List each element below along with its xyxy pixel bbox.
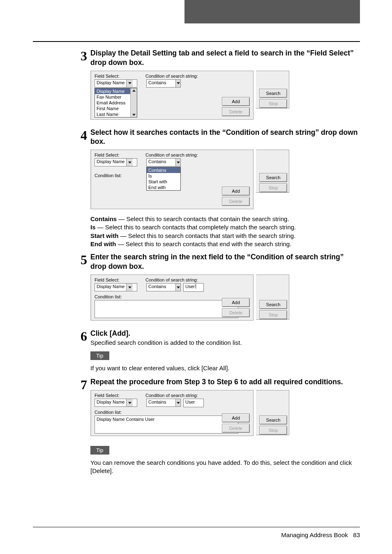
header-gray-banner — [184, 0, 360, 23]
field-select-label: Field Select: — [95, 277, 143, 282]
fig3-panel: Field Select: Condition of search string… — [90, 71, 254, 120]
add-button[interactable]: Add — [222, 413, 250, 422]
fig5-right: Search Stop — [256, 275, 289, 320]
fig3-right: Search Stop — [256, 71, 289, 108]
tip-text-after-6: If you want to clear entered values, cli… — [90, 364, 359, 372]
def-term: End with — [90, 240, 116, 247]
footer-title: Managing Address Book — [281, 531, 348, 538]
stop-button[interactable]: Stop — [259, 99, 287, 108]
tip-badge: Tip — [90, 446, 109, 455]
chevron-down-icon[interactable] — [175, 159, 180, 166]
search-string-input[interactable]: User — [183, 283, 204, 292]
def-term: Is — [90, 224, 96, 231]
field-select-label: Field Select: — [95, 152, 143, 157]
stop-button[interactable]: Stop — [259, 183, 287, 192]
def-term: Start with — [90, 232, 118, 239]
field-select-label: Field Select: — [95, 393, 143, 398]
search-button[interactable]: Search — [259, 173, 287, 182]
step-6-desc: Specified search condition is added to t… — [90, 339, 359, 347]
delete-button[interactable]: Delete — [222, 107, 250, 116]
top-rule — [33, 41, 360, 42]
fig7-panel: Field Select: Condition of search string… — [90, 390, 254, 436]
step-number: 5 — [72, 253, 90, 266]
step-7-title: Repeat the procedure from Step 3 to Step… — [90, 377, 359, 387]
list-item[interactable]: End with — [147, 185, 180, 190]
field-select-label: Field Select: — [95, 74, 143, 78]
field-select-combo[interactable]: Display Name — [95, 399, 137, 407]
condition-label: Condition of search string: — [145, 393, 198, 398]
tip-badge: Tip — [90, 351, 109, 360]
search-string-input[interactable]: User — [183, 399, 204, 407]
condition-combo[interactable]: Contains — [146, 399, 181, 407]
def-desc: — Select this to search contacts that en… — [116, 240, 292, 247]
condition-listbox[interactable]: Contains Is Start with End with — [146, 167, 181, 191]
list-item[interactable]: Contains — [147, 167, 180, 173]
condition-combo[interactable]: Contains — [146, 79, 181, 88]
page-footer: Managing Address Book 83 — [33, 527, 360, 538]
condition-list-entry[interactable]: Display Name Contains User — [97, 417, 236, 422]
chevron-down-icon[interactable] — [126, 399, 133, 406]
add-button[interactable]: Add — [222, 187, 250, 196]
footer-page-num: 83 — [353, 531, 360, 538]
fig4-panel: Field Select: Condition of search string… — [90, 150, 254, 209]
search-button[interactable]: Search — [259, 416, 287, 425]
step-6-title: Click [Add]. — [90, 329, 359, 338]
field-select-combo[interactable]: Display Name — [95, 283, 137, 291]
def-desc: — Select this to search contacts that st… — [118, 232, 295, 239]
chevron-down-icon[interactable] — [175, 399, 180, 406]
list-item[interactable]: Start with — [147, 179, 180, 185]
def-term: Contains — [90, 215, 117, 222]
list-item[interactable]: Is — [147, 173, 180, 179]
field-select-combo[interactable]: Display Name — [95, 79, 137, 88]
condition-combo[interactable]: Contains — [146, 283, 181, 291]
chevron-down-icon[interactable] — [175, 80, 180, 87]
add-button[interactable]: Add — [222, 97, 250, 106]
def-desc: — Select this to search contacts that co… — [96, 224, 296, 231]
condition-list[interactable] — [95, 300, 238, 318]
step-3-title: Display the Detail Setting tab and selec… — [90, 48, 359, 67]
step-5-title: Enter the search string in the next fiel… — [90, 252, 359, 271]
tip-text-after-7: You can remove the search conditions you… — [90, 459, 359, 476]
field-select-listbox[interactable]: Display Name Fax Number Email Address Fi… — [95, 88, 137, 118]
field-select-combo[interactable]: Display Name — [95, 158, 137, 166]
delete-button[interactable]: Delete — [222, 197, 250, 206]
fig4-right: Search Stop — [256, 150, 289, 193]
stop-button[interactable]: Stop — [259, 310, 287, 319]
condition-combo[interactable]: Contains — [146, 158, 181, 166]
condition-label: Condition of search string: — [145, 277, 198, 282]
scrollbar[interactable] — [130, 88, 137, 117]
fig7-right: Search Stop — [256, 390, 289, 435]
condition-list[interactable]: Display Name Contains User — [95, 416, 238, 434]
chevron-down-icon[interactable] — [126, 80, 133, 87]
delete-button[interactable]: Delete — [222, 308, 250, 317]
step-number: 3 — [72, 49, 90, 62]
chevron-down-icon[interactable] — [175, 284, 180, 291]
search-button[interactable]: Search — [259, 300, 287, 309]
condition-label: Condition of search string: — [145, 74, 198, 78]
step-number: 6 — [72, 330, 90, 343]
add-button[interactable]: Add — [222, 298, 250, 307]
step-4-title: Select how it searches contacts in the “… — [90, 128, 359, 147]
condition-label: Condition of search string: — [145, 152, 198, 157]
step-number: 4 — [72, 129, 90, 142]
condition-list-label: Condition list: — [95, 173, 122, 178]
fig5-panel: Field Select: Condition of search string… — [90, 275, 254, 321]
stop-button[interactable]: Stop — [259, 426, 287, 435]
delete-button[interactable]: Delete — [222, 424, 250, 433]
step-number: 7 — [72, 378, 90, 391]
chevron-down-icon[interactable] — [126, 284, 133, 291]
chevron-down-icon[interactable] — [126, 159, 133, 166]
search-button[interactable]: Search — [259, 89, 287, 98]
def-desc: — Select this to search contacts that co… — [117, 215, 289, 222]
